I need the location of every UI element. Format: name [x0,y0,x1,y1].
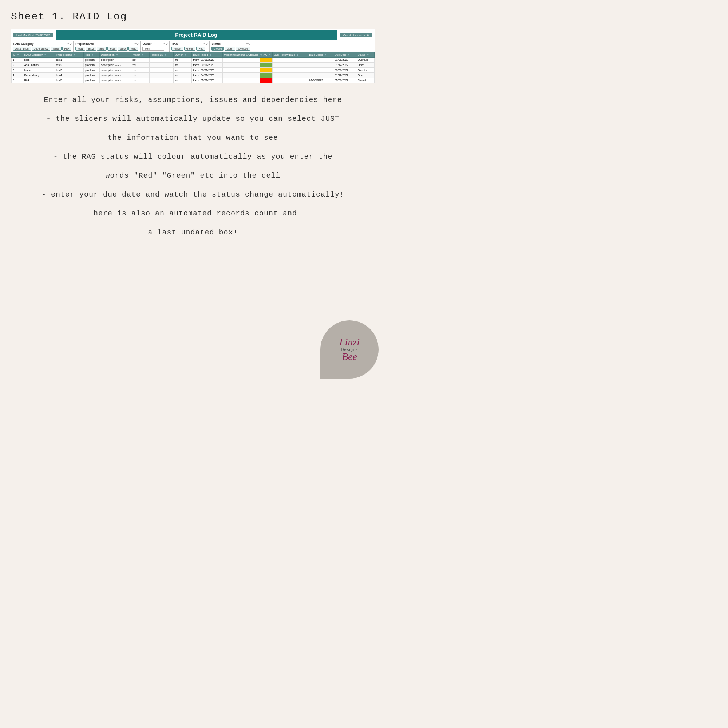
description-line: There is also an automated records count… [18,208,368,219]
data-table: ID ▼ RAID Category ▼ Project name ▼ Titl… [11,52,375,83]
cell-last-review [272,58,308,63]
slicer-status: Status ≡ ▽ Closed Open Overdue [210,41,252,52]
slicer-item-test6[interactable]: test6 [128,47,138,50]
description-line: - the RAG status will colour automatical… [18,151,368,163]
description-line: the information that you want to see [18,132,368,144]
cell-owner: me [173,68,192,73]
col-date-close: Date Close ▼ [308,52,333,58]
slicer-item-issue[interactable]: Issue [51,47,61,50]
cell-raid-category: Risk [23,78,55,83]
cell-mitigating [222,63,260,68]
cell-description: description - - - - - [100,78,131,83]
slicer-item-overdue[interactable]: Overdue [236,47,250,50]
cell-impact: test [131,63,149,68]
slicer-item-assumption[interactable]: Assumption [13,47,31,50]
cell-id: 1 [12,58,23,63]
cell-last-review [272,73,308,78]
logo-area: Linzi Designs Bee [320,320,379,379]
slicer-item-amber[interactable]: Amber [171,47,184,50]
cell-project: test3 [55,68,83,73]
owner-input[interactable] [142,47,164,50]
project-title: Project RAID Log [56,30,337,40]
cell-project: test1 [55,58,83,63]
cell-date-close [308,68,333,73]
cell-due-date: 01/12/2022 [333,73,356,78]
cell-due-date: 03/06/2022 [333,68,356,73]
cell-date-raised: them 02/01/2023 [192,63,222,68]
cell-raised-by [149,68,173,73]
cell-date-close: 01/06/2022 [308,78,333,83]
cell-status: Open [356,73,375,78]
cell-description: description - - - - - [100,58,131,63]
cell-raised-by [149,73,173,78]
cell-date-close [308,73,333,78]
slicer-item-green[interactable]: Green [184,47,196,50]
col-project-name: Project name ▼ [55,52,83,58]
spreadsheet-container: Last Modified: 26/07/2022 Project RAID L… [11,29,375,83]
cell-title: problem [84,58,100,63]
table-row: 5 Risk test5 problem description - - - -… [12,78,375,83]
last-modified-badge: Last Modified: 26/07/2022 [14,33,53,37]
cell-mitigating [222,68,260,73]
cell-raid-category: Issue [23,68,55,73]
cell-title: problem [84,73,100,78]
slicer-owner: Owner ≡ ▽ [141,41,170,52]
cell-mitigating [222,58,260,63]
col-date-raised: Date Raised ▼ [192,52,222,58]
col-impact: Impact ▼ [131,52,149,58]
slicer-item-dependency[interactable]: Dependency [32,47,50,50]
cell-status: Closed [356,78,375,83]
slicers-row: RAID Category ≡ ▽ Assumption Dependency … [11,41,375,52]
cell-due-date: 01/12/2022 [333,63,356,68]
cell-project: test2 [55,63,83,68]
cell-rag [260,73,272,78]
cell-impact: test [131,78,149,83]
table-row: 2 Assumption test2 problem description -… [12,63,375,68]
cell-last-review [272,63,308,68]
cell-raised-by [149,78,173,83]
description-line: Enter all your risks, assumptions, issue… [18,94,368,106]
slicer-item-risk[interactable]: Risk [62,47,72,50]
cell-rag [260,63,272,68]
cell-status: Overdue [356,68,375,73]
description-area: Enter all your risks, assumptions, issue… [11,94,375,239]
slicer-item-test3[interactable]: test3 [97,47,107,50]
slicer-item-test5[interactable]: test5 [118,47,128,50]
slicer-item-test4[interactable]: test4 [107,47,117,50]
cell-project: test4 [55,73,83,78]
table-row: 4 Dependency test4 problem description -… [12,73,375,78]
cell-date-raised: them 04/01/2023 [192,73,222,78]
cell-impact: test [131,68,149,73]
slicer-project-name: Project name ≡ ▽ test1 test2 test3 test4… [73,41,141,52]
slicer-item-open[interactable]: Open [225,47,235,50]
description-line: words "Red" "Green" etc into the cell [18,170,368,182]
slicer-item-test2[interactable]: test2 [86,47,96,50]
cell-status: Open [356,63,375,68]
cell-title: problem [84,63,100,68]
logo-bee: Bee [342,352,357,362]
cell-id: 3 [12,68,23,73]
cell-id: 5 [12,78,23,83]
col-mitigating: Mitigating actions & Updates ▼ [222,52,260,58]
cell-due-date: 05/06/2022 [333,78,356,83]
cell-date-close [308,58,333,63]
cell-impact: test [131,73,149,78]
cell-last-review [272,68,308,73]
col-description: Description ▼ [100,52,131,58]
cell-id: 2 [12,63,23,68]
slicer-item-test1[interactable]: test1 [75,47,85,50]
cell-owner: me [173,78,192,83]
col-raid-category: RAID Category ▼ [23,52,55,58]
cell-date-raised: them 05/01/2023 [192,78,222,83]
slicer-item-red[interactable]: Red [196,47,205,50]
slicer-rag: RAG ≡ ▽ Amber Green Red [170,41,210,52]
cell-rag [260,78,272,83]
cell-mitigating [222,73,260,78]
cell-rag [260,68,272,73]
cell-raid-category: Assumption [23,63,55,68]
cell-raised-by [149,58,173,63]
cell-last-review [272,78,308,83]
description-line: a last undated box! [18,227,368,239]
table-row: 3 Issue test3 problem description - - - … [12,68,375,73]
slicer-item-closed[interactable]: Closed [211,47,224,50]
